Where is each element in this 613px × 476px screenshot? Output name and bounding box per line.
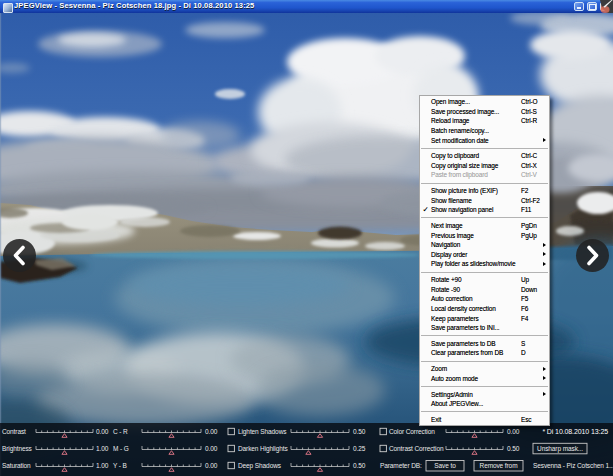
svg-text:Remove from: Remove from [480,462,518,469]
svg-text:Contrast Correction: Contrast Correction [389,445,444,452]
svg-text:Unsharp mask...: Unsharp mask... [537,445,583,453]
svg-text:0.50: 0.50 [507,445,520,452]
svg-text:0.00: 0.00 [507,428,520,435]
svg-text:Saturation: Saturation [2,462,31,469]
svg-text:1.00: 1.00 [96,445,109,452]
svg-text:Color Correction: Color Correction [389,428,435,435]
svg-text:M - G: M - G [113,445,129,452]
svg-text:Brightness: Brightness [2,445,33,453]
svg-text:0.00: 0.00 [96,428,109,435]
svg-text:Save to: Save to [434,462,456,469]
svg-text:0.50: 0.50 [353,428,366,435]
svg-text:Sesvenna - Piz Cotschen 1...: Sesvenna - Piz Cotschen 1... [533,462,613,469]
svg-text:Lighten Shadows: Lighten Shadows [238,428,287,436]
svg-text:Darken Highlights: Darken Highlights [238,445,288,453]
svg-text:1.00: 1.00 [96,462,109,469]
svg-text:Parameter DB:: Parameter DB: [380,462,422,469]
svg-text:0.25: 0.25 [353,445,366,452]
svg-text:C - R: C - R [113,428,128,435]
svg-text:0.50: 0.50 [353,462,366,469]
svg-text:Deep Shadows: Deep Shadows [238,462,282,470]
svg-text:0.00: 0.00 [205,428,218,435]
svg-text:0.00: 0.00 [205,462,218,469]
svg-text:0.00: 0.00 [205,445,218,452]
svg-text:* Di 10.08.2010 13:25: * Di 10.08.2010 13:25 [542,428,608,435]
svg-text:Y - B: Y - B [113,462,127,469]
svg-text:Contrast: Contrast [2,428,26,435]
